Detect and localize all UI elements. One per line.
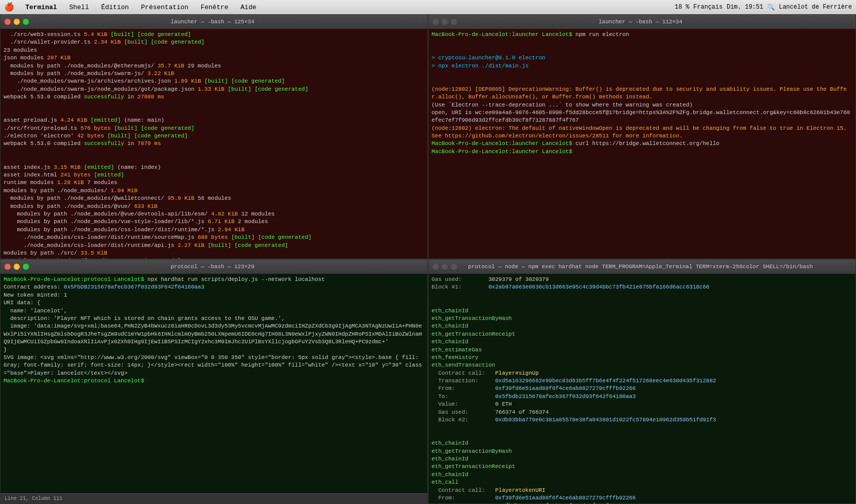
pane-bot-left: protocol — -bash — 123×29 MacBook-Pro-de… — [0, 259, 428, 504]
menu-edition[interactable]: Édition — [98, 3, 132, 12]
menu-presentation[interactable]: Présentation — [138, 3, 192, 12]
menu-fenetre[interactable]: Fenêtre — [198, 3, 232, 12]
pane-bot-right: protocol — node — npm exec hardhat node … — [428, 259, 856, 504]
terminal-body-top-right[interactable]: MacBook-Pro-de-Lancelot:launcher Lancelo… — [429, 29, 855, 259]
terminal-body-top-left[interactable]: ./src/web3-session.ts 5.4 KiB [built] [c… — [1, 29, 427, 259]
statusbar-text: Line 21, Column 111 — [5, 496, 62, 501]
clock: Dim. 19:51 — [727, 4, 763, 11]
titlebar-bot-left: protocol — -bash — 123×29 — [1, 260, 427, 274]
terminal-body-bot-right[interactable]: Gas used: 3029379 of 3029379 Block #1: 0… — [429, 274, 855, 503]
title-top-left: launcher — -bash — 125×34 — [2, 19, 423, 25]
statusbar: Line 21, Column 111 — [1, 493, 427, 503]
titlebar-top-right: launcher — -bash — 112×34 — [429, 15, 855, 29]
pane-top-left: launcher — -bash — 125×34 ./src/web3-ses… — [0, 14, 428, 259]
spotlight-search[interactable]: 🔍 — [767, 4, 775, 11]
terminal-body-bot-left[interactable]: MacBook-Pro-de-Lancelot:protocol Lancelo… — [1, 274, 427, 493]
menubar: 🍎 Terminal Shell Édition Présentation Fe… — [0, 0, 856, 14]
menubar-right: 18 % Français Dim. 19:51 🔍 Lancelot de F… — [675, 4, 852, 11]
username: Lancelot de Ferrière — [779, 4, 852, 11]
title-bot-left: protocol — -bash — 123×29 — [2, 264, 423, 270]
pane-top-right: launcher — -bash — 112×34 MacBook-Pro-de… — [428, 14, 856, 259]
menu-aide[interactable]: Aide — [237, 3, 259, 12]
titlebar-bot-right: protocol — node — npm exec hardhat node … — [429, 260, 855, 274]
terminal-layout: launcher — -bash — 125×34 ./src/web3-ses… — [0, 14, 856, 504]
menu-shell[interactable]: Shell — [66, 3, 92, 12]
menu-terminal[interactable]: Terminal — [22, 3, 60, 12]
language-indicator: Français — [693, 4, 723, 11]
title-bot-right: protocol — node — npm exec hardhat node … — [430, 264, 851, 270]
battery-indicator: 18 % — [675, 4, 690, 11]
title-top-right: launcher — -bash — 112×34 — [430, 19, 851, 25]
apple-menu[interactable]: 🍎 — [4, 2, 14, 12]
titlebar-top-left: launcher — -bash — 125×34 — [1, 15, 427, 29]
